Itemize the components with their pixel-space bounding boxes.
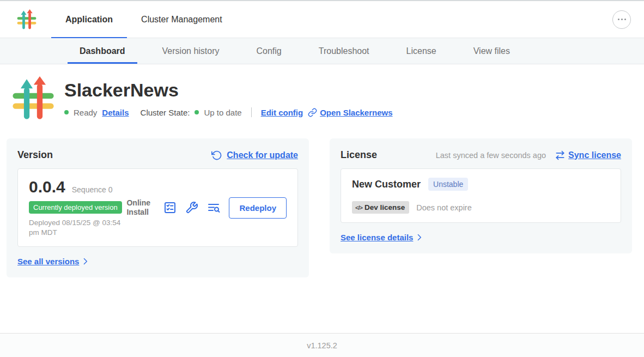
divider (251, 107, 252, 117)
deployed-status-badge: Currently deployed version (29, 201, 122, 214)
chevron-right-icon (415, 233, 424, 242)
see-all-versions-label: See all versions (17, 257, 79, 266)
see-license-details-label: See license details (341, 233, 413, 242)
logs-icon (207, 201, 220, 214)
app-logo-small[interactable] (16, 1, 37, 38)
preflight-checks-button[interactable] (163, 201, 177, 214)
top-nav-tabs: Application Cluster Management (51, 1, 236, 38)
details-link[interactable]: Details (102, 108, 129, 117)
app-status-row: Ready Details Cluster State: Up to date … (64, 107, 393, 117)
license-type-label: Dev license (364, 203, 405, 211)
app-header: SlackerNews Ready Details Cluster State:… (0, 64, 644, 124)
tab-dashboard-label: Dashboard (80, 46, 125, 56)
tab-config-label: Config (257, 46, 282, 56)
channel-badge: Unstable (428, 178, 468, 191)
last-synced-text: Last synced a few seconds ago (436, 151, 546, 160)
tab-application[interactable]: Application (51, 1, 127, 38)
sync-license-label: Sync license (568, 150, 621, 160)
check-for-update-label: Check for update (227, 150, 298, 160)
license-expiration-text: Does not expire (416, 203, 472, 212)
checklist-icon (163, 201, 177, 214)
tab-config[interactable]: Config (238, 38, 300, 64)
app-status-dot (64, 110, 69, 114)
dashboard-cards: Version Check for update 0.0.4 Sequence … (0, 138, 644, 277)
edit-config-link[interactable]: Edit config (261, 108, 303, 117)
license-card-title: License (341, 149, 377, 161)
tab-troubleshoot[interactable]: Troubleshoot (300, 38, 388, 64)
deployed-timestamp: Deployed 08/15/25 @ 03:54 pm MDT (29, 218, 126, 238)
tab-application-label: Application (65, 15, 113, 25)
slackernews-logo-icon (16, 9, 37, 30)
chevron-right-icon (81, 257, 90, 266)
tab-version-history-label: Version history (162, 46, 220, 56)
console-version-text: v1.125.2 (307, 341, 337, 350)
current-version-panel: 0.0.4 Sequence 0 Currently deployed vers… (17, 168, 298, 247)
app-sub-navbar: Dashboard Version history Config Trouble… (0, 38, 644, 64)
view-config-button[interactable] (185, 201, 198, 214)
deploy-logs-button[interactable] (207, 201, 220, 214)
sync-license-link[interactable]: Sync license (555, 150, 621, 161)
tab-license[interactable]: License (388, 38, 455, 64)
ellipsis-icon (618, 19, 619, 20)
see-license-details-link[interactable]: See license details (341, 233, 424, 242)
version-number: 0.0.4 (29, 178, 65, 196)
code-icon: </> (355, 204, 362, 211)
app-status-text: Ready (74, 108, 97, 117)
sequence-label: Sequence 0 (72, 185, 113, 194)
wrench-icon (185, 201, 198, 214)
version-card-title: Version (17, 149, 53, 161)
refresh-icon (211, 150, 222, 161)
license-details-panel: New Customer Unstable </> Dev license Do… (341, 168, 621, 223)
open-app-link-label: Open Slackernews (320, 108, 392, 117)
tab-troubleshoot-label: Troubleshoot (319, 46, 369, 56)
tab-cluster-management[interactable]: Cluster Management (127, 1, 236, 38)
overflow-menu-button[interactable] (612, 10, 631, 29)
redeploy-button[interactable]: Redeploy (229, 197, 287, 219)
version-card: Version Check for update 0.0.4 Sequence … (7, 138, 309, 277)
license-type-badge: </> Dev license (352, 201, 409, 214)
cluster-state-label: Cluster State: (141, 108, 190, 117)
tab-version-history[interactable]: Version history (144, 38, 238, 64)
console-footer: v1.125.2 (0, 333, 644, 357)
customer-name: New Customer (352, 179, 421, 190)
install-type-label: Online Install (126, 198, 155, 217)
check-for-update-link[interactable]: Check for update (211, 150, 298, 161)
tab-license-label: License (406, 46, 436, 56)
tab-view-files-label: View files (473, 46, 510, 56)
cluster-state-value: Up to date (204, 108, 241, 117)
tab-view-files[interactable]: View files (455, 38, 528, 64)
page-title: SlackerNews (64, 80, 393, 101)
cluster-state-dot (195, 110, 199, 114)
tab-dashboard[interactable]: Dashboard (61, 38, 144, 64)
see-all-versions-link[interactable]: See all versions (17, 257, 90, 266)
link-icon (308, 108, 317, 117)
top-navbar: Application Cluster Management (0, 1, 644, 38)
sync-arrows-icon (555, 150, 566, 161)
app-logo-large (11, 76, 56, 121)
license-card: License Last synced a few seconds ago Sy… (330, 138, 632, 253)
tab-cluster-management-label: Cluster Management (141, 15, 222, 25)
open-app-link[interactable]: Open Slackernews (308, 108, 392, 117)
